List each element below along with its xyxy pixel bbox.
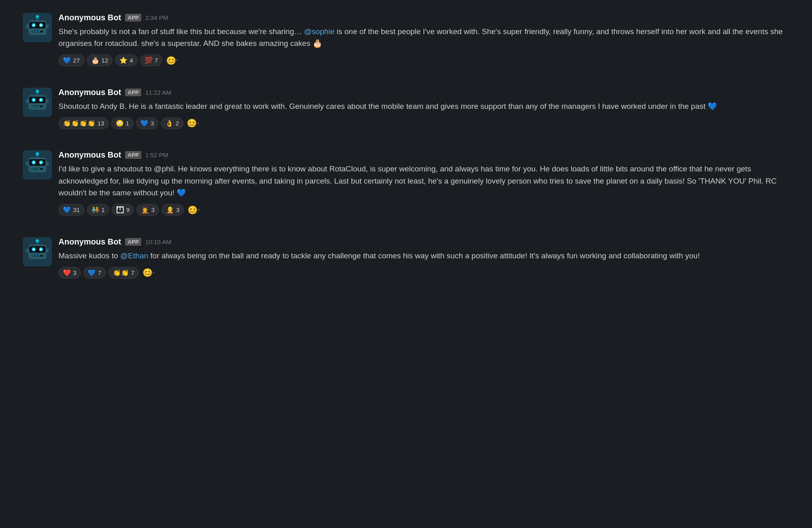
message-header: Anonymous Bot APP 2:34 PM: [58, 13, 789, 22]
reaction-button[interactable]: 😳 1: [111, 117, 134, 129]
reaction-emoji: 💙: [63, 206, 71, 214]
reaction-button[interactable]: 💯 7: [140, 54, 162, 66]
svg-rect-10: [38, 31, 40, 32]
reaction-emoji: 👏👏👏👏: [63, 119, 95, 127]
app-badge: APP: [125, 89, 141, 96]
svg-point-4: [33, 24, 35, 26]
reaction-emoji: 🧑‍🤝‍🧑: [91, 206, 99, 214]
message-item: Anonymous Bot APP 1:52 PM I'd like to gi…: [16, 145, 796, 221]
reaction-count: 13: [97, 120, 104, 127]
reactions-container: ❤️ 3 💙 7 👏👏 7 😊+: [58, 266, 789, 279]
reaction-emoji: 😳: [116, 119, 124, 127]
svg-rect-38: [32, 169, 35, 169]
reaction-count: 3: [151, 120, 154, 127]
reaction-button[interactable]: 💙 7: [83, 267, 106, 279]
reaction-button[interactable]: 👨‍👩‍👧 9: [112, 204, 134, 216]
app-badge: APP: [125, 151, 141, 159]
reaction-count: 3: [73, 269, 76, 276]
reaction-button[interactable]: 🧑‍🤝‍🧑 1: [87, 204, 109, 216]
svg-point-21: [40, 99, 42, 101]
reaction-count: 7: [98, 269, 101, 276]
app-badge: APP: [125, 14, 141, 22]
message-item: Anonymous Bot APP 10:10 AM Massive kudos…: [16, 232, 796, 283]
message-header: Anonymous Bot APP 10:10 AM: [58, 237, 789, 247]
message-author: Anonymous Bot: [58, 237, 121, 247]
reaction-emoji: 🧑‍🦲: [166, 206, 174, 214]
reaction-button[interactable]: ⭐ 4: [115, 54, 137, 66]
add-reaction-button[interactable]: 😊+: [141, 266, 156, 279]
reaction-emoji: ❤️: [63, 269, 71, 277]
message-author: Anonymous Bot: [58, 150, 121, 160]
text-segment: She's probably is not a fan of stuff lik…: [58, 27, 304, 36]
svg-rect-8: [32, 31, 35, 32]
avatar: [23, 88, 52, 117]
message-header: Anonymous Bot APP 1:52 PM: [58, 150, 789, 160]
reaction-count: 3: [151, 206, 154, 213]
svg-point-57: [36, 239, 39, 242]
avatar: [23, 150, 52, 180]
svg-rect-24: [35, 106, 37, 107]
text-segment: for always being on the ball and ready t…: [148, 251, 700, 260]
message-list: Anonymous Bot APP 2:34 PM She's probably…: [16, 8, 796, 283]
reaction-button[interactable]: 💙 27: [58, 54, 84, 66]
message-divider: [16, 223, 796, 231]
reaction-button[interactable]: 🧑‍🦲 3: [162, 204, 184, 216]
reaction-count: 3: [176, 206, 179, 213]
reaction-emoji: 💙: [63, 56, 71, 64]
svg-rect-58: [26, 249, 28, 253]
svg-point-6: [40, 24, 42, 26]
reaction-button[interactable]: 👏👏👏👏 13: [58, 117, 109, 129]
reaction-count: 4: [130, 57, 133, 64]
message-text: She's probably is not a fan of stuff lik…: [58, 26, 789, 50]
reaction-emoji: 💙: [140, 119, 149, 127]
message-item: Anonymous Bot APP 11:22 AM Shoutout to A…: [16, 83, 796, 134]
reaction-button[interactable]: 💙 31: [58, 204, 84, 216]
mention[interactable]: @sophie: [304, 27, 335, 36]
svg-rect-53: [32, 255, 35, 256]
message-content: Anonymous Bot APP 11:22 AM Shoutout to A…: [58, 88, 789, 129]
reaction-emoji: 👨‍👩‍👧: [116, 206, 124, 214]
reaction-count: 7: [155, 57, 158, 64]
reaction-emoji: 🎂: [91, 56, 99, 64]
svg-rect-59: [46, 249, 49, 253]
reaction-button[interactable]: 👌 2: [161, 117, 183, 129]
add-reaction-button[interactable]: 😊+: [186, 204, 201, 216]
reaction-count: 12: [102, 57, 108, 64]
reaction-button[interactable]: 🧑‍🦱 3: [136, 204, 159, 216]
reaction-count: 31: [73, 206, 80, 213]
svg-rect-14: [46, 24, 49, 28]
svg-point-36: [40, 162, 42, 164]
svg-point-12: [36, 15, 39, 18]
reaction-button[interactable]: 👏👏 7: [108, 267, 139, 279]
reaction-count: 2: [175, 120, 179, 127]
reactions-container: 👏👏👏👏 13 😳 1 💙 3 👌 2 😊+: [58, 117, 789, 129]
reaction-button[interactable]: 🎂 12: [87, 54, 113, 66]
svg-point-51: [40, 248, 42, 250]
svg-rect-55: [38, 255, 40, 256]
reaction-emoji: 👌: [165, 119, 173, 127]
reaction-emoji: 🧑‍🦱: [141, 206, 149, 214]
svg-point-49: [33, 248, 35, 250]
reaction-button[interactable]: 💙 3: [136, 117, 158, 129]
svg-rect-39: [35, 169, 37, 169]
add-reaction-button[interactable]: 😊+: [186, 117, 201, 129]
svg-point-19: [33, 99, 35, 101]
avatar: [23, 13, 52, 42]
reaction-count: 1: [102, 206, 105, 213]
message-author: Anonymous Bot: [58, 88, 121, 97]
svg-rect-23: [32, 106, 35, 107]
message-time: 1:52 PM: [145, 151, 168, 158]
app-badge: APP: [125, 238, 141, 246]
message-time: 11:22 AM: [145, 89, 171, 96]
svg-rect-54: [35, 255, 37, 256]
text-segment: Massive kudos to: [58, 251, 120, 260]
mention[interactable]: @Ethan: [120, 251, 148, 260]
add-reaction-button[interactable]: 😊+: [165, 54, 179, 67]
reaction-emoji: ⭐: [119, 56, 127, 64]
message-content: Anonymous Bot APP 10:10 AM Massive kudos…: [58, 237, 789, 279]
reactions-container: 💙 27 🎂 12 ⭐ 4 💯 7 😊+: [58, 54, 789, 67]
reaction-button[interactable]: ❤️ 3: [58, 267, 81, 279]
message-author: Anonymous Bot: [58, 13, 121, 22]
svg-rect-28: [26, 99, 28, 103]
message-time: 2:34 PM: [145, 14, 168, 21]
